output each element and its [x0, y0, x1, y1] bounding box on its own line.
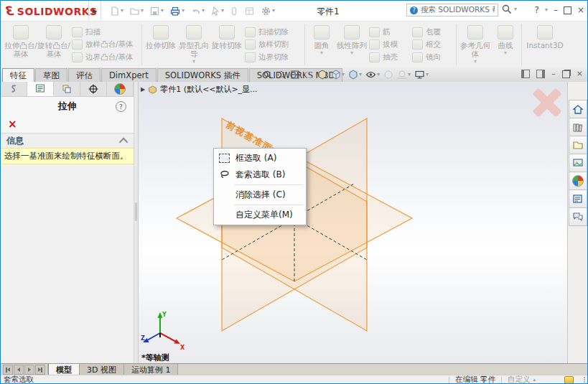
- tree-expand-arrow-icon[interactable]: ▶: [141, 86, 145, 93]
- search-go-button[interactable]: ▾: [501, 4, 517, 15]
- search-input[interactable]: ? 搜索 SOLIDWORKS 帮助: [406, 4, 498, 17]
- tab-configurationmanager[interactable]: [54, 82, 80, 96]
- tab-featuremanager-tree[interactable]: [1, 82, 27, 96]
- edit-appearance-button[interactable]: [383, 69, 394, 80]
- tool-mirror[interactable]: 镜向: [412, 51, 452, 63]
- tool-curves[interactable]: 曲线 ▾: [492, 23, 519, 66]
- tab-dimxpertmanager[interactable]: [80, 82, 107, 96]
- tool-lofted-boss[interactable]: 放样凸台/基体: [72, 39, 138, 51]
- custom-properties-button[interactable]: [569, 189, 587, 208]
- tool-revolved-boss[interactable]: 旋转凸台/基体: [37, 23, 70, 66]
- section-view-button[interactable]: [289, 69, 301, 80]
- ribbon-group-boss: 拉伸凸台/基体 旋转凸台/基体 扫描 放样凸台/基体 边界凸台/基体: [2, 22, 141, 67]
- view-palette-button[interactable]: [569, 154, 587, 172]
- tab-features[interactable]: 特征: [2, 68, 34, 82]
- tab-last-button[interactable]: [35, 365, 45, 375]
- tool-draft[interactable]: 拔模: [369, 39, 409, 51]
- tab-first-button[interactable]: [3, 365, 13, 375]
- tab-sketch[interactable]: 草图: [35, 68, 67, 82]
- tool-reference-geometry[interactable]: 参考几何体 ▾: [459, 23, 492, 66]
- graphics-viewport[interactable]: 前视基准面 ▶ 零件1 (默认<<默认>_显... 框选取 (A): [139, 82, 567, 363]
- tool-swept-boss[interactable]: 扫描: [72, 26, 138, 38]
- display-style-button[interactable]: ▾: [347, 69, 363, 80]
- previous-view-button[interactable]: [303, 69, 314, 80]
- tags-icon[interactable]: [564, 376, 574, 384]
- tab-displaymanager[interactable]: [107, 82, 134, 96]
- tab-prev-button[interactable]: [14, 365, 24, 375]
- view-settings-button[interactable]: ▾: [414, 69, 429, 80]
- tool-boundary-cut[interactable]: 边界切除: [245, 51, 301, 63]
- tool-hole-wizard[interactable]: 异型孔向导 ▾: [177, 23, 210, 66]
- flyout-feature-tree[interactable]: ▶ 零件1 (默认<<默认>_显...: [141, 84, 258, 95]
- tab-evaluate[interactable]: 评估: [68, 68, 101, 82]
- tab-dimxpert[interactable]: DimXpert: [101, 68, 157, 82]
- collapse-right-pane-button[interactable]: [536, 70, 545, 78]
- heads-up-view-toolbar: ▾ ▾ ▾ ▾ ▾: [262, 67, 429, 81]
- 3d-drawing-view-button[interactable]: [317, 69, 328, 80]
- displaymanager-icon: [114, 83, 126, 95]
- doc-restore-button[interactable]: [562, 70, 570, 78]
- collapse-chevron-icon[interactable]: [119, 137, 129, 146]
- zoom-fit-button[interactable]: [262, 69, 274, 80]
- status-separator: [449, 377, 449, 383]
- undo-button[interactable]: ▾: [188, 4, 207, 18]
- tab-solidworks-addins[interactable]: SOLIDWORKS 插件: [157, 68, 248, 82]
- tool-boundary-boss[interactable]: 边界凸台/基体: [72, 51, 138, 63]
- tool-rib[interactable]: 筋: [369, 26, 409, 38]
- tool-swept-cut[interactable]: 扫描切除: [245, 26, 301, 38]
- doc-minimize-button[interactable]: –: [551, 69, 556, 79]
- tab-model[interactable]: 模型: [48, 364, 80, 375]
- status-editing-mode: 在编辑 零件: [455, 375, 495, 384]
- appearances-scenes-button[interactable]: [569, 172, 587, 190]
- help-caret-icon: ▾: [545, 7, 548, 13]
- document-title: 零件1: [317, 6, 340, 18]
- maximize-button[interactable]: [564, 6, 571, 14]
- tool-extruded-boss[interactable]: 拉伸凸台/基体: [4, 23, 37, 66]
- file-explorer-button[interactable]: [569, 136, 587, 154]
- pm-cancel-button[interactable]: ×: [8, 119, 17, 130]
- save-button[interactable]: ▾: [147, 4, 166, 18]
- home-button[interactable]: [569, 100, 587, 118]
- cancel-command-watermark-icon[interactable]: [531, 86, 564, 119]
- rebuild-button[interactable]: [228, 4, 241, 18]
- status-customize[interactable]: 自定义: [508, 375, 531, 384]
- tool-fillet[interactable]: 圆角 ▾: [307, 23, 336, 66]
- panel-splitter[interactable]: [134, 82, 139, 363]
- menu-item-lasso-select[interactable]: 套索选取 (B): [214, 167, 306, 183]
- hide-show-items-button[interactable]: ▾: [365, 69, 381, 80]
- zoom-area-button[interactable]: [276, 69, 287, 80]
- print-button[interactable]: ▾: [167, 4, 187, 18]
- tab-motion-study-1[interactable]: 运动算例 1: [124, 364, 179, 375]
- tool-shell[interactable]: 抽壳: [369, 51, 409, 63]
- apply-scene-button[interactable]: ▾: [396, 69, 411, 80]
- tool-lofted-cut[interactable]: 放样切割: [245, 39, 301, 51]
- menu-flyout-button[interactable]: ▶: [88, 1, 101, 20]
- doc-close-button[interactable]: ×: [577, 69, 583, 79]
- file-properties-button[interactable]: [242, 4, 257, 18]
- select-button[interactable]: ▾: [208, 4, 226, 18]
- help-button[interactable]: ?: [535, 3, 539, 17]
- open-document-button[interactable]: ▾: [127, 4, 146, 18]
- forum-button[interactable]: [569, 207, 587, 226]
- tool-instant3d[interactable]: Instant3D: [524, 23, 566, 66]
- minimize-button[interactable]: –: [554, 3, 558, 17]
- menu-item-clear-selections[interactable]: 消除选择 (C): [214, 187, 306, 203]
- tool-intersect[interactable]: 相交: [412, 39, 452, 51]
- menu-item-box-select[interactable]: 框选取 (A): [214, 150, 306, 167]
- pm-help-icon[interactable]: ?: [116, 101, 126, 112]
- options-button[interactable]: ▾: [258, 4, 277, 18]
- tab-propertymanager[interactable]: [27, 82, 54, 96]
- tool-wrap[interactable]: 包覆: [412, 26, 452, 38]
- menu-item-customize-menu[interactable]: 自定义菜单(M): [214, 207, 306, 223]
- view-orientation-button[interactable]: ▾: [330, 69, 345, 80]
- tab-next-button[interactable]: [24, 365, 34, 375]
- close-button[interactable]: ×: [577, 3, 584, 17]
- tab-3d-views[interactable]: 3D 视图: [80, 364, 124, 375]
- tool-linear-pattern[interactable]: 线性阵列 ▾: [336, 23, 368, 66]
- new-document-button[interactable]: ▾: [107, 4, 126, 18]
- tool-extruded-cut[interactable]: 拉伸切除: [144, 23, 177, 66]
- collapse-left-pane-button[interactable]: [521, 70, 530, 78]
- design-library-button[interactable]: [569, 118, 587, 136]
- tool-revolved-cut[interactable]: 旋转切除: [210, 23, 243, 66]
- resize-grip-icon[interactable]: [584, 377, 585, 383]
